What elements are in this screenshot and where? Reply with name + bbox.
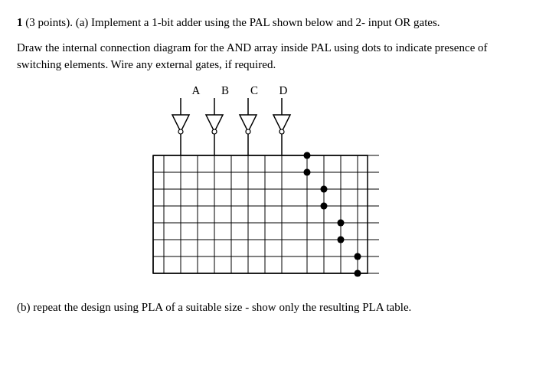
- question-points: (3 points).: [25, 16, 73, 28]
- svg-point-10: [246, 129, 250, 134]
- svg-point-41: [338, 219, 345, 226]
- col-label-b: B: [211, 84, 240, 97]
- svg-point-37: [304, 152, 311, 158]
- pal-diagram-svg: [142, 98, 394, 289]
- part-b-text: (b) repeat the design using PLA of a sui…: [17, 299, 519, 316]
- svg-point-2: [178, 129, 183, 134]
- draw-instruction: Draw the internal connection diagram for…: [17, 39, 519, 74]
- question-number: 1: [17, 16, 23, 28]
- svg-point-6: [212, 129, 217, 134]
- svg-point-39: [321, 185, 328, 192]
- col-label-d: D: [269, 84, 298, 97]
- svg-point-40: [321, 202, 328, 209]
- svg-point-43: [355, 253, 361, 260]
- question-text: 1 (3 points). (a) Implement a 1-bit adde…: [17, 14, 519, 31]
- part-a-label: (a): [76, 16, 89, 28]
- col-label-c: C: [240, 84, 269, 97]
- svg-point-42: [338, 236, 345, 243]
- svg-point-14: [279, 129, 284, 134]
- diagram-area: A B C D: [17, 84, 519, 291]
- column-labels: A B C D: [181, 84, 298, 97]
- svg-point-38: [304, 168, 311, 175]
- svg-rect-36: [153, 155, 368, 273]
- svg-point-44: [355, 270, 361, 276]
- col-label-a: A: [181, 84, 211, 97]
- diagram-container: A B C D: [142, 84, 394, 291]
